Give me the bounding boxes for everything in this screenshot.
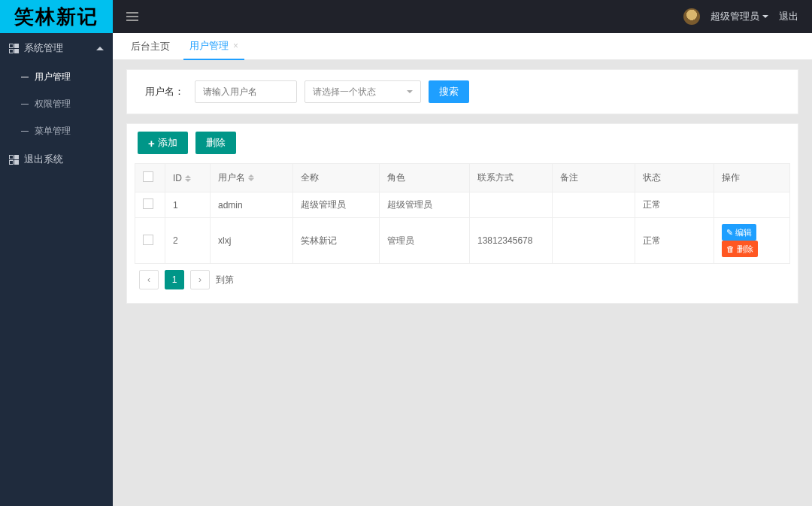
next-page-button[interactable]: ›	[190, 270, 210, 289]
logo-text: 笑林新记	[14, 4, 98, 30]
close-icon[interactable]: ×	[233, 41, 238, 51]
chevron-down-icon	[407, 90, 413, 93]
col-username: 用户名	[218, 172, 245, 183]
cell-ops: ✎ 编辑 🗑 删除	[714, 218, 790, 264]
checkbox-all[interactable]	[143, 171, 153, 182]
cell-username: xlxj	[211, 218, 293, 264]
select-placeholder: 请选择一个状态	[313, 86, 376, 98]
edit-button[interactable]: ✎ 编辑	[722, 224, 756, 241]
cell-fullname: 超级管理员	[293, 192, 380, 218]
status-select[interactable]: 请选择一个状态	[304, 80, 421, 103]
sidebar-group-system[interactable]: 系统管理	[0, 33, 113, 63]
table-row: 1admin超级管理员超级管理员正常	[135, 192, 790, 218]
filter-bar: 用户名： 请选择一个状态 搜索	[127, 70, 798, 114]
sidebar: 笑林新记 系统管理 用户管理 权限管理 菜单管理	[0, 0, 113, 506]
tab-home[interactable]: 后台主页	[125, 33, 176, 60]
sidebar-item-label: 用户管理	[35, 71, 71, 83]
col-fullname: 全称	[293, 164, 380, 192]
button-label: 删除	[206, 136, 226, 150]
dash-icon	[21, 77, 29, 77]
sidebar-item-users[interactable]: 用户管理	[0, 63, 113, 90]
sidebar-group-label: 系统管理	[24, 41, 63, 55]
sort-icon[interactable]	[185, 175, 191, 182]
row-checkbox[interactable]	[143, 198, 153, 209]
cell-role: 超级管理员	[380, 192, 470, 218]
cell-status: 正常	[635, 218, 714, 264]
cell-contact: 13812345678	[470, 218, 553, 264]
sidebar-item-label: 权限管理	[35, 98, 71, 111]
filter-label: 用户名：	[145, 85, 184, 98]
col-status: 状态	[635, 164, 714, 192]
sort-icon[interactable]	[248, 174, 254, 181]
tab-users[interactable]: 用户管理 ×	[183, 33, 244, 60]
plus-icon: +	[148, 137, 155, 150]
cell-remark	[553, 218, 635, 264]
topbar: 超级管理员 退出	[113, 0, 812, 33]
search-button[interactable]: 搜索	[429, 80, 469, 103]
cell-fullname: 笑林新记	[293, 218, 380, 264]
col-role: 角色	[380, 164, 470, 192]
sidebar-group-label: 退出系统	[24, 153, 63, 166]
delete-button[interactable]: 删除	[195, 132, 236, 154]
chevron-down-icon	[762, 15, 768, 18]
button-label: 搜索	[439, 85, 459, 98]
cell-id: 2	[165, 218, 211, 264]
cell-id: 1	[165, 192, 211, 218]
cell-role: 管理员	[380, 218, 470, 264]
button-label: 添加	[158, 136, 177, 150]
dash-icon	[21, 131, 29, 132]
prev-page-button[interactable]: ‹	[139, 270, 159, 289]
hamburger-icon[interactable]	[126, 12, 138, 21]
cell-ops	[714, 192, 790, 218]
col-id: ID	[173, 173, 182, 183]
dash-icon	[21, 104, 29, 105]
pencil-icon: ✎	[726, 228, 733, 238]
logout-link[interactable]: 退出	[779, 10, 798, 23]
sidebar-item-permissions[interactable]: 权限管理	[0, 90, 113, 117]
add-button[interactable]: + 添加	[138, 132, 188, 154]
grid-icon	[9, 155, 18, 164]
user-table: ID 用户名 全称 角色 联系方式 备注 状态 操作 1admin超级管理员超级…	[135, 163, 790, 264]
logo: 笑林新记	[0, 0, 113, 33]
row-delete-button[interactable]: 🗑 删除	[722, 241, 758, 257]
col-contact: 联系方式	[470, 164, 553, 192]
page-number-button[interactable]: 1	[165, 270, 184, 289]
chevron-up-icon	[96, 47, 104, 50]
cell-remark	[553, 192, 635, 218]
col-op: 操作	[714, 164, 790, 192]
tab-bar: 后台主页 用户管理 ×	[113, 33, 812, 60]
table-row: 2xlxj笑林新记管理员13812345678正常✎ 编辑 🗑 删除	[135, 218, 790, 264]
user-dropdown[interactable]: 超级管理员	[710, 10, 768, 23]
cell-status: 正常	[635, 192, 714, 218]
col-remark: 备注	[553, 164, 635, 192]
tab-label: 后台主页	[131, 40, 170, 53]
row-checkbox[interactable]	[143, 235, 153, 245]
user-name: 超级管理员	[710, 10, 759, 23]
username-input[interactable]	[195, 80, 297, 103]
tab-label: 用户管理	[189, 39, 229, 53]
goto-label: 到第	[216, 274, 234, 286]
grid-icon	[9, 44, 18, 53]
cell-contact	[470, 192, 553, 218]
sidebar-group-logout[interactable]: 退出系统	[0, 144, 113, 174]
trash-icon: 🗑	[726, 244, 735, 253]
cell-username: admin	[211, 192, 293, 218]
sidebar-item-label: 菜单管理	[35, 125, 71, 138]
pagination: ‹ 1 › 到第	[135, 264, 790, 295]
avatar	[683, 8, 700, 25]
sidebar-item-menus[interactable]: 菜单管理	[0, 117, 113, 144]
